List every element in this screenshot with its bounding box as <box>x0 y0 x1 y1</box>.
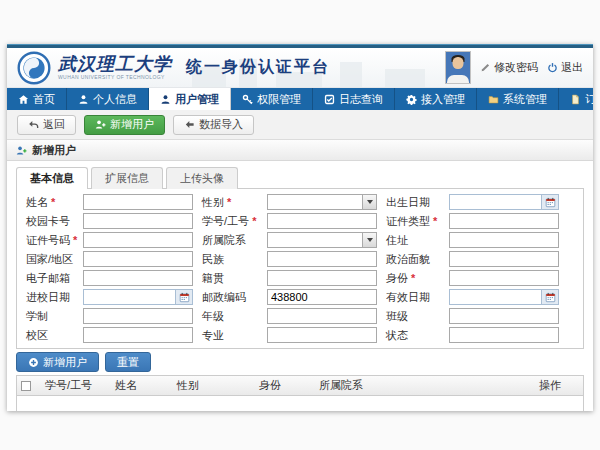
field-input-电子邮箱[interactable] <box>83 270 193 286</box>
dropdown-button[interactable] <box>362 195 376 209</box>
field-cell <box>449 327 559 343</box>
field-input-学号/工号[interactable] <box>267 213 377 229</box>
required-asterisk: * <box>433 215 437 227</box>
submit-label: 新增用户 <box>43 355 87 370</box>
field-label-班级: 班级 <box>383 309 443 324</box>
reset-label: 重置 <box>117 355 139 370</box>
field-cell <box>83 213 193 229</box>
field-input-班级[interactable] <box>449 308 559 324</box>
form-actions: 新增用户 重置 <box>7 349 593 375</box>
field-cell <box>267 213 377 229</box>
field-label-性别: 性别 * <box>199 195 261 210</box>
field-label-邮政编码: 邮政编码 <box>199 290 261 305</box>
field-input-年级[interactable] <box>267 308 377 324</box>
tab-label: 扩展信息 <box>105 172 149 184</box>
key-icon <box>242 94 253 105</box>
nav-item-首页[interactable]: 首页 <box>7 88 67 110</box>
table-header-checkbox-cell <box>17 376 41 395</box>
nav-item-label: 日志查询 <box>339 92 383 107</box>
section-title: 新增用户 <box>32 143 76 158</box>
tab-基本信息[interactable]: 基本信息 <box>16 167 88 189</box>
field-cell <box>83 194 193 210</box>
submit-add-user-button[interactable]: 新增用户 <box>16 352 99 372</box>
field-label-校区: 校区 <box>23 328 77 343</box>
field-cell <box>267 289 377 305</box>
field-cell <box>83 270 193 286</box>
avatar-face <box>453 57 464 69</box>
power-icon <box>547 62 558 73</box>
add-user-button[interactable]: 新增用户 <box>84 115 165 135</box>
column-header-所属院系: 所属院系 <box>315 376 535 395</box>
back-button[interactable]: 返回 <box>17 115 76 135</box>
person-plus-icon <box>95 119 106 130</box>
back-label: 返回 <box>43 117 65 132</box>
reset-button[interactable]: 重置 <box>105 352 151 372</box>
column-header-操作: 操作 <box>535 376 583 395</box>
import-label: 数据导入 <box>199 117 243 132</box>
folder-icon <box>488 94 499 105</box>
field-input-住址[interactable] <box>449 232 559 248</box>
field-input-所属院系[interactable] <box>267 232 377 248</box>
field-cell <box>267 232 377 248</box>
page: 武汉理工大学 WUHAN UNIVERSITY OF TECHNOLOGY 统一… <box>7 44 593 411</box>
tab-上传头像[interactable]: 上传头像 <box>166 167 238 189</box>
back-icon <box>28 119 39 130</box>
data-import-button[interactable]: 数据导入 <box>173 115 254 135</box>
field-label-民族: 民族 <box>199 252 261 267</box>
add-user-icon <box>16 145 27 156</box>
field-label-校园卡号: 校园卡号 <box>23 214 77 229</box>
dropdown-button[interactable] <box>362 233 376 247</box>
field-cell <box>267 327 377 343</box>
chevron-down-icon <box>367 238 373 242</box>
field-input-籍贯[interactable] <box>267 270 377 286</box>
calendar-button[interactable] <box>175 290 192 304</box>
calendar-button[interactable] <box>541 195 558 209</box>
table-empty-row <box>17 395 583 411</box>
field-input-姓名[interactable] <box>83 194 193 210</box>
users-icon <box>160 94 171 105</box>
field-label-学号/工号: 学号/工号 * <box>199 214 261 229</box>
field-cell <box>449 308 559 324</box>
field-input-证件号码[interactable] <box>83 232 193 248</box>
field-label-姓名: 姓名 * <box>23 195 77 210</box>
field-input-国家/地区[interactable] <box>83 251 193 267</box>
nav-item-系统管理[interactable]: 系统管理 <box>477 88 559 110</box>
nav-item-权限管理[interactable]: 权限管理 <box>231 88 313 110</box>
tab-扩展信息[interactable]: 扩展信息 <box>91 167 163 189</box>
field-cell <box>83 327 193 343</box>
form-box: 姓名 *性别 *出生日期校园卡号学号/工号 *证件类型 *证件号码 *所属院系住… <box>16 188 584 349</box>
field-input-邮政编码[interactable] <box>267 289 377 305</box>
gear-icon <box>406 94 417 105</box>
change-password-link[interactable]: 修改密码 <box>480 60 538 75</box>
table-header-row: 学号/工号姓名性别身份所属院系操作 <box>17 376 583 395</box>
pencil-icon <box>480 62 491 73</box>
field-input-性别[interactable] <box>267 194 377 210</box>
field-input-状态[interactable] <box>449 327 559 343</box>
field-label-出生日期: 出生日期 <box>383 195 443 210</box>
field-input-民族[interactable] <box>267 251 377 267</box>
field-input-校园卡号[interactable] <box>83 213 193 229</box>
nav-item-订阅管理[interactable]: 订阅管理 <box>559 88 593 110</box>
field-input-政治面貌[interactable] <box>449 251 559 267</box>
field-input-学制[interactable] <box>83 308 193 324</box>
select-all-checkbox[interactable] <box>21 381 31 391</box>
field-cell <box>267 251 377 267</box>
field-label-身份: 身份 * <box>383 271 443 286</box>
field-cell <box>449 232 559 248</box>
app-header: 武汉理工大学 WUHAN UNIVERSITY OF TECHNOLOGY 统一… <box>7 48 593 88</box>
field-input-证件类型[interactable] <box>449 213 559 229</box>
logout-link[interactable]: 退出 <box>547 60 583 75</box>
field-input-身份[interactable] <box>449 270 559 286</box>
tab-label: 基本信息 <box>30 172 74 184</box>
field-input-专业[interactable] <box>267 327 377 343</box>
nav-item-日志查询[interactable]: 日志查询 <box>313 88 395 110</box>
field-input-校区[interactable] <box>83 327 193 343</box>
column-header-性别: 性别 <box>173 376 255 395</box>
nav-item-用户管理[interactable]: 用户管理 <box>149 88 231 110</box>
field-label-状态: 状态 <box>383 328 443 343</box>
tab-strip: 基本信息扩展信息上传头像 <box>7 161 593 188</box>
required-asterisk: * <box>252 215 256 227</box>
nav-item-个人信息[interactable]: 个人信息 <box>67 88 149 110</box>
nav-item-接入管理[interactable]: 接入管理 <box>395 88 477 110</box>
calendar-button[interactable] <box>541 290 558 304</box>
